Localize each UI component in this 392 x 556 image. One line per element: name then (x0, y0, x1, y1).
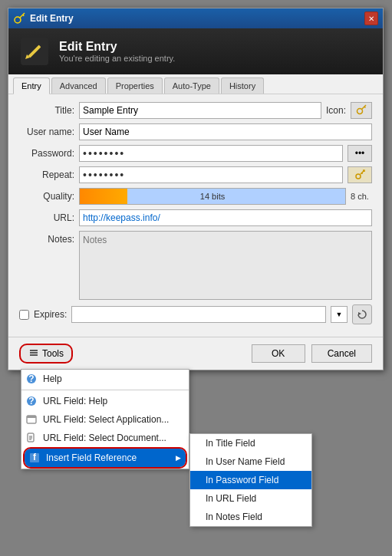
submenu-item-username[interactable]: In User Name Field (190, 452, 311, 471)
svg-line-8 (364, 107, 366, 108)
repeat-icon-button[interactable] (348, 166, 372, 183)
notes-row: Notes: (19, 231, 372, 300)
svg-text:?: ? (28, 396, 34, 406)
svg-point-9 (356, 174, 361, 179)
dialog-buttons: OK Cancel (252, 344, 372, 363)
svg-marker-11 (358, 312, 361, 315)
username-input[interactable] (79, 123, 372, 140)
expires-refresh-button[interactable] (352, 304, 372, 324)
quality-bar-fill (80, 189, 127, 204)
window-icon (13, 12, 25, 25)
menu-item-select-doc-label: URL Field: Select Document... (43, 433, 166, 443)
header-icon (19, 36, 50, 67)
help-icon: ? (26, 373, 37, 384)
password-row: Password: ••• (19, 145, 372, 162)
tools-button[interactable]: Tools (19, 344, 73, 364)
quality-bar-text: 14 bits (200, 192, 225, 201)
quality-bar: 14 bits (79, 188, 346, 205)
url-label: URL: (19, 212, 74, 223)
tools-label: Tools (42, 348, 64, 359)
expires-row: Expires: ▼ (19, 304, 372, 324)
menu-item-select-app[interactable]: URL Field: Select Application... (21, 410, 189, 429)
title-bar-text: Edit Entry (30, 13, 74, 24)
svg-rect-14 (30, 350, 38, 351)
menu-item-help[interactable]: ? Help (21, 370, 189, 388)
url-help-icon: ? (26, 396, 37, 406)
refresh-icon (357, 309, 367, 320)
app-icon (26, 414, 37, 425)
submenu-item-url[interactable]: In URL Field (190, 489, 311, 508)
svg-rect-13 (30, 354, 38, 356)
bottom-bar: Tools OK Cancel (8, 337, 383, 370)
svg-point-10 (361, 173, 363, 174)
password-input[interactable] (79, 145, 343, 162)
svg-rect-12 (30, 352, 38, 354)
menu-item-select-doc[interactable]: URL Field: Select Document... (21, 429, 189, 447)
url-input[interactable] (79, 209, 372, 226)
svg-text:?: ? (28, 373, 34, 384)
expires-dropdown-button[interactable]: ▼ (331, 306, 348, 323)
header-subtitle: You're editing an existing entry. (59, 54, 175, 63)
menu-separator-1 (21, 390, 189, 390)
svg-point-6 (357, 109, 363, 114)
icon-button[interactable] (351, 102, 372, 119)
tools-context-menu: ? Help ? URL Field: Help URL Field: (21, 369, 189, 469)
dots-icon: ••• (355, 148, 365, 159)
close-button[interactable]: ✕ (364, 12, 378, 25)
doc-icon (26, 433, 37, 443)
tab-entry[interactable]: Entry (13, 77, 50, 94)
edit-entry-window: Edit Entry ✕ Edit Entry You're editing a… (8, 8, 384, 370)
expires-label: Expires: (34, 309, 67, 320)
menu-item-insert-field[interactable]: f Insert Field Reference (25, 449, 186, 467)
tools-icon (28, 348, 39, 359)
key-icon (355, 104, 367, 117)
quality-chars: 8 ch. (351, 192, 372, 201)
password-reveal-button[interactable]: ••• (348, 145, 372, 162)
url-row: URL: (19, 209, 372, 226)
form-area: Title: Icon: User name: Password: ••• (8, 94, 383, 337)
password-label: Password: (19, 148, 74, 159)
menu-item-url-help-label: URL Field: Help (43, 396, 107, 406)
menu-item-help-label: Help (43, 373, 62, 384)
header-text: Edit Entry You're editing an existing en… (59, 40, 175, 63)
repeat-input[interactable] (79, 166, 343, 183)
insert-field-submenu: In Title Field In User Name Field In Pas… (189, 433, 312, 527)
ok-button[interactable]: OK (252, 344, 305, 363)
menu-item-url-help[interactable]: ? URL Field: Help (21, 392, 189, 410)
tab-history[interactable]: History (221, 77, 264, 94)
expires-checkbox[interactable] (19, 310, 29, 320)
title-label: Title: (19, 105, 74, 116)
quality-label: Quality: (19, 191, 74, 202)
repeat-label: Repeat: (19, 169, 74, 180)
title-bar-controls: ✕ (364, 12, 378, 25)
submenu-item-title[interactable]: In Title Field (190, 434, 311, 452)
svg-line-2 (23, 15, 24, 16)
repeat-row: Repeat: (19, 166, 372, 183)
insert-field-icon: f (29, 452, 40, 463)
menu-item-insert-field-label: Insert Field Reference (46, 452, 137, 463)
title-bar: Edit Entry ✕ (8, 8, 383, 28)
submenu-item-notes[interactable]: In Notes Field (190, 508, 311, 526)
username-label: User name: (19, 127, 74, 137)
menu-item-select-app-label: URL Field: Select Application... (43, 414, 169, 425)
tab-advanced[interactable]: Advanced (51, 77, 106, 94)
title-input[interactable] (79, 102, 321, 119)
icon-label: Icon: (326, 105, 346, 116)
tabs-bar: Entry Advanced Properties Auto-Type Hist… (8, 74, 383, 94)
svg-point-0 (15, 17, 21, 23)
notes-textarea[interactable] (79, 231, 372, 300)
header-title: Edit Entry (59, 40, 175, 54)
tab-properties[interactable]: Properties (107, 77, 163, 94)
cancel-button[interactable]: Cancel (311, 344, 372, 363)
repeat-icon (354, 169, 366, 181)
notes-label: Notes: (19, 234, 74, 245)
title-row: Title: Icon: (19, 102, 372, 119)
svg-rect-20 (27, 416, 36, 418)
expires-date-input[interactable] (71, 306, 326, 323)
submenu-item-password[interactable]: In Password Field (190, 471, 311, 489)
quality-row: Quality: 14 bits 8 ch. (19, 188, 372, 205)
username-row: User name: (19, 123, 372, 140)
tab-auto-type[interactable]: Auto-Type (164, 77, 219, 94)
header-area: Edit Entry You're editing an existing en… (8, 28, 383, 74)
title-bar-left: Edit Entry (13, 12, 74, 25)
